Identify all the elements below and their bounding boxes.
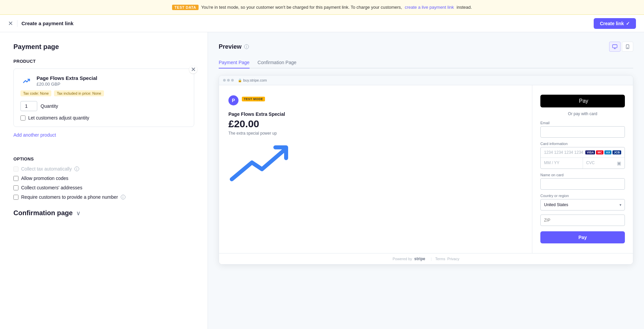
product-tags: Tax code: None Tax included in price: No… <box>20 90 187 96</box>
email-label: Email <box>540 121 625 125</box>
preview-price: £20.00 <box>228 118 523 130</box>
close-button[interactable]: ✕ <box>8 20 13 27</box>
country-label: Country or region <box>540 194 625 198</box>
top-bar: ✕ Create a payment link Create link ✓ <box>0 15 644 32</box>
amex-icon: AX <box>604 150 611 154</box>
card-brand-icons: VISA MC AX JCB <box>585 150 621 154</box>
browser-dots <box>223 79 234 82</box>
adjust-quantity-label: Let customers adjust quantity <box>28 115 89 121</box>
card-info-form-group: Card information 1234 1234 1234 1234 VIS… <box>540 142 625 169</box>
quantity-input[interactable] <box>20 101 37 111</box>
quantity-label: Quantity <box>41 103 58 109</box>
preview-title-row: Preview i <box>219 43 249 50</box>
tab-payment-page[interactable]: Payment Page <box>219 57 250 68</box>
option-collect-addresses: Collect customers' addresses <box>13 185 194 190</box>
add-product-link[interactable]: Add another product <box>13 132 56 138</box>
card-cvc: CVC ▣ <box>583 158 625 169</box>
phone-number-checkbox[interactable] <box>13 195 18 200</box>
terms-link[interactable]: Terms <box>435 257 445 261</box>
adjust-quantity-checkbox[interactable] <box>20 115 25 121</box>
banner-message: You're in test mode, so your customer wo… <box>201 5 402 10</box>
collect-tax-info-icon: i <box>74 167 79 171</box>
email-form-group: Email <box>540 121 625 138</box>
card-info-box: 1234 1234 1234 1234 VISA MC AX JCB MM / … <box>540 147 625 169</box>
mobile-device-button[interactable] <box>622 42 633 52</box>
collect-addresses-checkbox[interactable] <box>13 185 18 190</box>
product-name: Page Flows Extra Special <box>37 75 97 81</box>
browser-chrome: 🔒 buy.stripe.com <box>219 76 633 85</box>
options-section: Options Collect tax automatically i Allo… <box>13 156 194 200</box>
promo-codes-checkbox[interactable] <box>13 176 18 181</box>
trend-arrow-large <box>228 142 523 190</box>
device-icons <box>609 42 633 52</box>
product-price: £20.00 GBP <box>37 82 97 87</box>
lock-icon: 🔒 <box>238 79 242 82</box>
preview-description: The extra special power up <box>228 131 523 136</box>
test-banner: TEST DATA You're in test mode, so your c… <box>0 0 644 15</box>
collect-tax-checkbox[interactable] <box>13 167 18 172</box>
adjust-quantity-row: Let customers adjust quantity <box>20 115 187 121</box>
name-input[interactable] <box>540 178 625 190</box>
confirmation-page-title: Confirmation page <box>13 209 73 217</box>
svg-rect-0 <box>612 45 617 48</box>
option-collect-tax: Collect tax automatically i <box>13 166 194 172</box>
browser-footer: Powered by stripe | Terms Privacy <box>219 253 633 264</box>
cvc-icon: ▣ <box>617 160 621 166</box>
apple-pay-label: Pay <box>579 98 588 104</box>
zip-input[interactable] <box>540 215 625 226</box>
email-input[interactable] <box>540 126 625 138</box>
confirmation-section: Confirmation page ∨ <box>13 209 194 217</box>
create-link-button[interactable]: Create link ✓ <box>594 18 636 29</box>
preview-product-name: Page Flows Extra Special <box>228 111 523 117</box>
browser-url: 🔒 buy.stripe.com <box>238 78 267 82</box>
right-panel: Preview i Payment Page Confirmation P <box>208 32 644 329</box>
powered-by-text: Powered by <box>393 257 412 261</box>
zip-form-group <box>540 215 625 226</box>
country-form-group: Country or region United States United K… <box>540 194 625 210</box>
phone-number-label: Require customers to provide a phone num… <box>21 194 118 200</box>
card-info-label: Card information <box>540 142 625 146</box>
browser-dot-red <box>223 79 226 82</box>
payment-preview-left: P TEST MODE Page Flows Extra Special £20… <box>219 85 532 253</box>
desktop-device-button[interactable] <box>609 42 621 52</box>
country-select[interactable]: United States United Kingdom Canada <box>540 199 625 210</box>
options-section-label: Options <box>13 156 194 161</box>
main-layout: Payment page Product ✕ Page Flows Extra … <box>0 32 644 329</box>
tab-confirmation-page[interactable]: Confirmation Page <box>258 57 297 68</box>
card-number-row: 1234 1234 1234 1234 VISA MC AX JCB <box>541 147 625 158</box>
phone-number-info-icon: i <box>121 195 125 199</box>
apple-pay-button[interactable]: Pay <box>540 95 625 107</box>
option-phone-number: Require customers to provide a phone num… <box>13 194 194 200</box>
live-payment-link[interactable]: create a live payment link <box>405 5 454 10</box>
name-form-group: Name on card <box>540 173 625 190</box>
preview-tabs: Payment Page Confirmation Page <box>219 57 633 68</box>
product-section: Product ✕ Page Flows Extra Special £20.0… <box>13 59 194 147</box>
payment-preview-right: Pay Or pay with card Email Card informat… <box>532 85 633 253</box>
pay-button[interactable]: Pay <box>540 231 625 243</box>
product-info: Page Flows Extra Special £20.00 GBP <box>37 75 97 87</box>
preview-info-icon: i <box>244 44 249 49</box>
banner-suffix: instead. <box>457 5 472 10</box>
product-section-label: Product <box>13 59 194 64</box>
remove-product-button[interactable]: ✕ <box>189 65 197 74</box>
card-number-placeholder: 1234 1234 1234 1234 <box>544 150 583 155</box>
checkmark-icon: ✓ <box>626 21 630 26</box>
top-bar-left: ✕ Create a payment link <box>8 20 73 27</box>
preview-title: Preview <box>219 43 241 50</box>
browser-mockup: 🔒 buy.stripe.com P TEST MODE Page Flows … <box>219 75 633 265</box>
privacy-link[interactable]: Privacy <box>447 257 459 261</box>
stripe-logo: stripe <box>414 256 428 262</box>
country-select-wrapper: United States United Kingdom Canada <box>540 199 625 210</box>
browser-url-text: buy.stripe.com <box>243 78 267 82</box>
collect-tax-label: Collect tax automatically <box>21 166 72 172</box>
chevron-down-icon[interactable]: ∨ <box>76 209 80 217</box>
divider <box>17 20 17 27</box>
visa-icon: VISA <box>585 150 595 154</box>
browser-content: P TEST MODE Page Flows Extra Special £20… <box>219 85 633 253</box>
name-label: Name on card <box>540 173 625 177</box>
stripe-p-logo: P <box>228 95 238 105</box>
browser-dot-yellow <box>227 79 230 82</box>
left-panel: Payment page Product ✕ Page Flows Extra … <box>0 32 208 329</box>
preview-header: Preview i <box>219 42 633 52</box>
collect-addresses-label: Collect customers' addresses <box>21 185 82 190</box>
